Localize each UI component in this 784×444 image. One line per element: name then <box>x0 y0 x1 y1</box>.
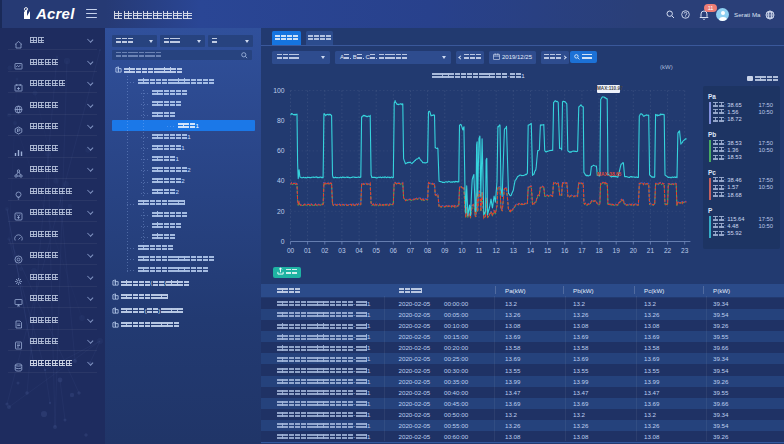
svg-text:12: 12 <box>493 247 501 254</box>
svg-text:14: 14 <box>527 247 535 254</box>
svg-text:20: 20 <box>630 247 638 254</box>
svg-text:40: 40 <box>277 177 285 184</box>
svg-text:00: 00 <box>287 247 295 254</box>
svg-text:05: 05 <box>373 247 381 254</box>
svg-text:09: 09 <box>441 247 449 254</box>
svg-text:20: 20 <box>277 208 285 215</box>
svg-text:16: 16 <box>561 247 569 254</box>
svg-text:22: 22 <box>664 247 672 254</box>
svg-text:19: 19 <box>613 247 621 254</box>
svg-text:23: 23 <box>681 247 689 254</box>
svg-text:02: 02 <box>321 247 329 254</box>
svg-text:08: 08 <box>424 247 432 254</box>
svg-text:15: 15 <box>544 247 552 254</box>
svg-text:21: 21 <box>647 247 655 254</box>
svg-text:01: 01 <box>304 247 312 254</box>
svg-text:60: 60 <box>277 147 285 154</box>
svg-text:06: 06 <box>390 247 398 254</box>
svg-text:13: 13 <box>510 247 518 254</box>
svg-text:0: 0 <box>281 238 285 245</box>
svg-text:10: 10 <box>458 247 466 254</box>
svg-text:11: 11 <box>476 247 483 254</box>
svg-text:04: 04 <box>355 247 363 254</box>
svg-text:07: 07 <box>407 247 415 254</box>
svg-text:17: 17 <box>578 247 586 254</box>
svg-text:80: 80 <box>277 117 285 124</box>
svg-text:100: 100 <box>273 87 285 94</box>
svg-text:03: 03 <box>338 247 346 254</box>
svg-text:18: 18 <box>595 247 603 254</box>
